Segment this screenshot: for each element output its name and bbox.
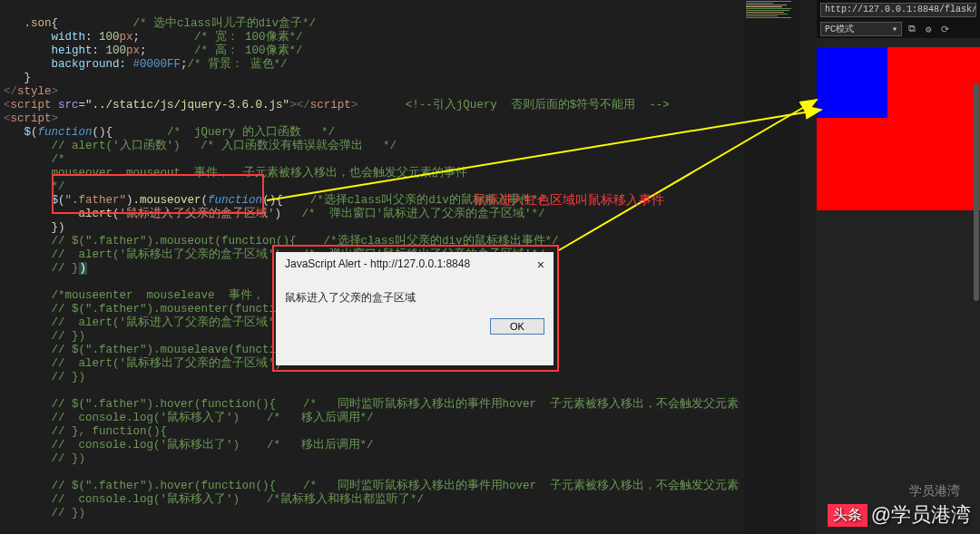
watermark: 头条 @学员港湾 [828,501,971,529]
preview-toolbar: PC模式 ▾ ⧉ ⚙ ⟳ [817,20,980,38]
watermark-small: 学员港湾 [909,483,960,500]
watermark-account: @学员港湾 [871,501,971,529]
preview-stage [817,38,980,534]
ok-button[interactable]: OK [490,318,544,335]
settings-icon[interactable]: ⚙ [922,23,935,35]
toutiao-badge: 头条 [828,504,867,527]
annotation-text: 鼠标进入红色区域叫鼠标移入事件 [474,192,664,209]
alert-title-label: JavaScript Alert - http://127.0.0.1:8848 [285,257,470,272]
preview-panel: http://127.0.0.1:8848/flask/template PC模… [817,0,980,534]
alert-message: 鼠标进入了父亲的盒子区域 [276,277,554,313]
alert-titlebar: JavaScript Alert - http://127.0.0.1:8848… [276,252,554,277]
minimap[interactable] [744,0,800,534]
open-external-icon[interactable]: ⧉ [906,23,918,35]
javascript-alert-dialog: JavaScript Alert - http://127.0.0.1:8848… [276,252,554,365]
device-mode-dropdown[interactable]: PC模式 ▾ [820,22,902,36]
refresh-icon[interactable]: ⟳ [938,23,951,35]
preview-scrollbar[interactable] [974,83,979,301]
father-box[interactable] [817,47,980,210]
son-box[interactable] [817,47,887,118]
url-input[interactable]: http://127.0.0.1:8848/flask/template [820,3,976,17]
close-icon[interactable]: × [537,257,544,272]
browser-urlbar-row: http://127.0.0.1:8848/flask/template [817,0,980,20]
